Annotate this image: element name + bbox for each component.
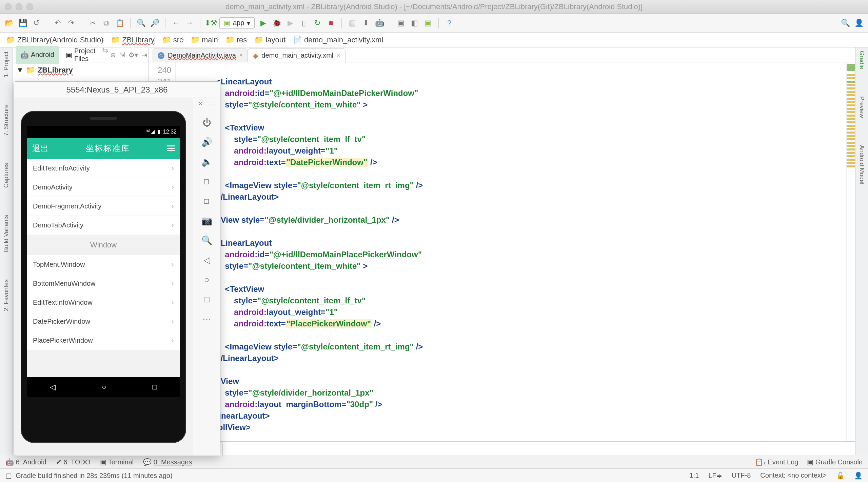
monitor-icon[interactable]: 🤖 [374,18,384,28]
sdk-icon[interactable]: ⬇ [361,18,371,28]
close-tab-icon[interactable]: × [239,52,243,59]
hide-icon[interactable]: ⇥ [141,51,147,59]
tool-gradle[interactable]: Gradle [858,51,865,69]
list-item[interactable]: BottomMenuWindow› [27,274,180,293]
crumb-6[interactable]: 📄 demo_main_activity.xml [290,36,388,44]
nav-back-icon[interactable]: ◁ [50,383,56,391]
gradle-console-tab[interactable]: ▣ Gradle Console [807,458,863,466]
menu-icon[interactable] [167,145,175,151]
debug-icon[interactable]: 🐞 [272,18,282,28]
error-stripe[interactable] [846,62,855,441]
help-icon[interactable]: ? [444,18,454,28]
list-item[interactable]: DemoTabActivity› [27,216,180,235]
user-icon[interactable]: 👤 [854,18,864,28]
status-square-icon[interactable]: ▢ [5,472,12,479]
device-screen[interactable]: ³ᴳ◢ ▮ 12:32 退出 坐标标准库 EditTextInfoActivit… [27,126,180,397]
theme-icon[interactable]: ◧ [409,18,419,28]
coverage-icon[interactable]: ▶ [285,18,295,28]
android-tool-tab[interactable]: 🤖 6: Android [5,458,46,466]
crumb-4[interactable]: 📁 res [223,36,252,44]
volume-down-icon[interactable]: 🔈 [200,155,214,168]
crumb-2[interactable]: 📁 src [159,36,188,44]
forward-icon[interactable]: → [184,18,195,28]
context[interactable]: Context: <no context> [760,471,827,480]
tool-preview[interactable]: Preview [858,96,865,118]
tool-build-variants[interactable]: Build Variants [3,215,10,252]
tool-favorites[interactable]: 2: Favorites [3,279,10,311]
list-item[interactable]: DemoActivity› [27,178,180,197]
layout-icon[interactable]: ▣ [396,18,406,28]
crumb-1[interactable]: 📁 ZBLibrary [108,36,159,44]
event-log-tab[interactable]: 📋₁ Event Log [755,458,798,466]
avd-icon[interactable]: ▦ [347,18,357,28]
rotate-left-icon[interactable]: ◇ [197,172,216,191]
android-small-icon[interactable]: ▣ [423,18,433,28]
tool-android-model[interactable]: Android Model [858,145,865,184]
tree-root[interactable]: ▼ 📁 ZBLibrary [16,65,145,75]
terminal-tab[interactable]: ▣ Terminal [100,458,134,466]
open-icon[interactable]: 📂 [4,18,14,28]
lock-icon[interactable]: 🔓 [836,471,845,480]
emu-close-icon[interactable]: ✕ [198,100,203,107]
nav-recent-emu-icon[interactable]: □ [200,293,214,306]
list-item[interactable]: DatePickerWindow› [27,312,180,331]
more-icon[interactable]: ⋯ [200,312,214,326]
nav-home-emu-icon[interactable]: ○ [200,273,214,286]
crumb-5[interactable]: 📁 layout [252,36,290,44]
copy-icon[interactable]: ⧉ [101,18,111,28]
list-item[interactable]: EditTextInfoWindow› [27,293,180,312]
camera-icon[interactable]: 📷 [200,214,214,227]
nav-back-emu-icon[interactable]: ◁ [200,253,214,267]
crumb-3[interactable]: 📁 main [188,36,223,44]
todo-tab[interactable]: ✔ 6: TODO [56,458,91,466]
project-tab-android[interactable]: 🤖 Android [16,46,59,64]
project-tab-files[interactable]: ▣ Project Files [61,46,100,64]
gear-icon[interactable]: ⚙▾ [129,51,138,59]
crumb-0[interactable]: 📁 ZBLibrary(Android Studio) [3,36,108,44]
replace-icon[interactable]: 🔎 [150,18,160,28]
scroll-tabs-icon[interactable]: ⇆ [102,46,108,64]
target-icon[interactable]: ⊕ [110,51,116,59]
power-icon[interactable]: ⏻ [200,116,214,129]
make-icon[interactable]: ⬇⚒ [206,18,216,28]
emu-minimize-icon[interactable]: — [209,100,215,107]
attach-icon[interactable]: ▯ [299,18,309,28]
save-icon[interactable]: 💾 [18,18,28,28]
zoom-icon[interactable]: 🔍 [200,234,214,247]
nav-home-icon[interactable]: ○ [102,383,106,391]
list-item[interactable]: DemoFragmentActivity› [27,197,180,216]
editor-tab-0[interactable]: C DemoMainActivity.java × [153,48,248,62]
cut-icon[interactable]: ✂ [87,18,98,28]
nav-recent-icon[interactable]: □ [153,383,157,391]
redo-icon[interactable]: ↷ [66,18,76,28]
run-icon[interactable]: ▶ [258,18,268,28]
back-button[interactable]: 退出 [32,143,48,154]
messages-tab[interactable]: 💬 0: Messages [143,458,192,466]
rotate-right-icon[interactable]: ◇ [197,192,216,211]
tool-structure[interactable]: 7: Structure [3,104,10,136]
list-item[interactable]: EditTextInfoActivity› [27,159,180,178]
restart-icon[interactable]: ↻ [312,18,322,28]
line-separator[interactable]: LF≑ [708,471,722,480]
file-encoding[interactable]: UTF-8 [732,471,751,480]
collapse-icon[interactable]: ⇲ [119,51,125,59]
editor-tab-1[interactable]: ◆ demo_main_activity.xml × [248,48,345,62]
paste-icon[interactable]: 📋 [115,18,125,28]
sync-icon[interactable]: ↺ [31,18,41,28]
hector-icon[interactable]: 👤 [854,471,863,480]
search-everywhere-icon[interactable]: 🔍 [840,18,850,28]
stop-icon[interactable]: ■ [326,18,336,28]
find-icon[interactable]: 🔍 [136,18,146,28]
emulator-window[interactable]: 5554:Nexus_5_API_23_x86 ³ᴳ◢ ▮ 12:32 退出 坐… [14,81,220,456]
app-list[interactable]: EditTextInfoActivity›DemoActivity›DemoFr… [27,159,180,377]
volume-up-icon[interactable]: 🔊 [200,135,214,149]
code-area[interactable]: 2402412422432442452462472482492502512522… [149,62,855,441]
run-config-selector[interactable]: ▣ app ▾ [219,17,255,29]
list-item[interactable]: TopMenuWindow› [27,255,180,274]
project-tree[interactable]: ▼ 📁 ZBLibrary [13,62,148,78]
caret-position[interactable]: 1:1 [689,471,699,480]
code[interactable]: <LinearLayout android:id="@+id/llDemoMai… [176,62,846,441]
tool-captures[interactable]: Captures [3,163,10,188]
list-item[interactable]: PlacePickerWindow› [27,331,180,350]
undo-icon[interactable]: ↶ [53,18,63,28]
